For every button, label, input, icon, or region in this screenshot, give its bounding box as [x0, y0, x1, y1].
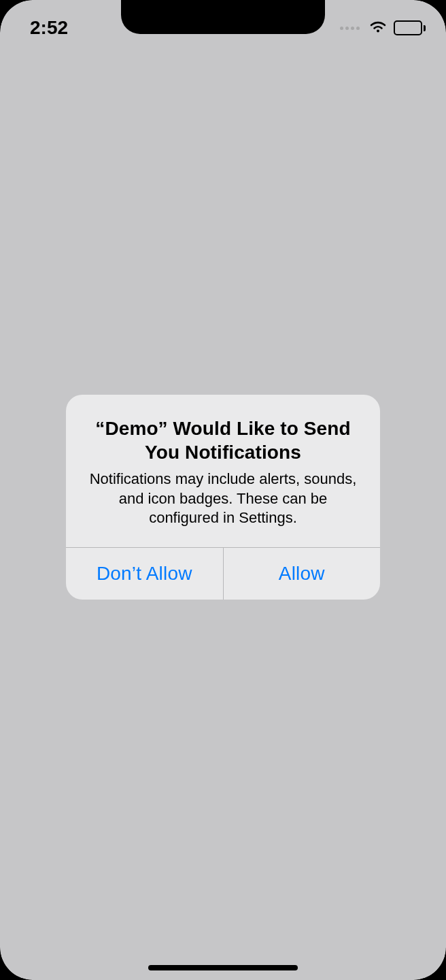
status-right — [340, 19, 426, 37]
notch — [121, 0, 325, 34]
battery-icon — [394, 20, 426, 35]
alert-message: Notifications may include alerts, sounds… — [85, 470, 361, 528]
home-indicator[interactable] — [148, 965, 298, 970]
notification-permission-alert: “Demo” Would Like to Send You Notificati… — [66, 395, 380, 600]
status-time: 2:52 — [30, 17, 68, 39]
alert-content: “Demo” Would Like to Send You Notificati… — [66, 395, 380, 547]
screen-background: 2:52 “D — [0, 0, 446, 980]
cellular-dots-icon — [340, 27, 360, 30]
wifi-icon — [368, 19, 388, 37]
device-frame: 2:52 “D — [0, 0, 446, 980]
alert-title: “Demo” Would Like to Send You Notificati… — [85, 416, 361, 464]
allow-button[interactable]: Allow — [223, 548, 381, 600]
dont-allow-button[interactable]: Don’t Allow — [66, 548, 223, 600]
alert-button-row: Don’t Allow Allow — [66, 547, 380, 600]
